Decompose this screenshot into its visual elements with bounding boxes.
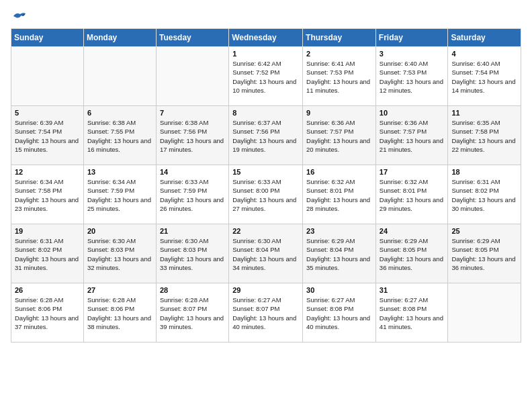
day-number: 3: [380, 50, 445, 58]
day-number: 19: [15, 227, 80, 235]
day-number: 4: [451, 50, 517, 58]
day-info: Sunrise: 6:33 AM Sunset: 8:00 PM Dayligh…: [232, 177, 299, 213]
day-number: 28: [160, 286, 225, 294]
calendar-cell: 25Sunrise: 6:29 AM Sunset: 8:05 PM Dayli…: [448, 224, 521, 283]
day-number: 21: [160, 227, 225, 235]
column-header-tuesday: Tuesday: [156, 29, 228, 47]
calendar-header-row: SundayMondayTuesdayWednesdayThursdayFrid…: [11, 29, 521, 47]
calendar-cell: 24Sunrise: 6:29 AM Sunset: 8:05 PM Dayli…: [375, 224, 448, 283]
day-number: 10: [380, 109, 445, 117]
day-number: 12: [15, 168, 80, 176]
day-info: Sunrise: 6:28 AM Sunset: 8:07 PM Dayligh…: [160, 295, 225, 331]
day-info: Sunrise: 6:38 AM Sunset: 7:56 PM Dayligh…: [160, 118, 225, 154]
day-info: Sunrise: 6:30 AM Sunset: 8:04 PM Dayligh…: [232, 236, 299, 272]
day-number: 13: [87, 168, 152, 176]
day-number: 14: [160, 168, 225, 176]
day-info: Sunrise: 6:32 AM Sunset: 8:01 PM Dayligh…: [380, 177, 445, 213]
day-number: 22: [232, 227, 299, 235]
logo: [11, 11, 27, 20]
page-header: [11, 11, 521, 20]
calendar-cell: 20Sunrise: 6:30 AM Sunset: 8:03 PM Dayli…: [83, 224, 156, 283]
calendar-cell: 7Sunrise: 6:38 AM Sunset: 7:56 PM Daylig…: [156, 106, 228, 165]
day-info: Sunrise: 6:29 AM Sunset: 8:04 PM Dayligh…: [306, 236, 372, 272]
calendar-cell: 28Sunrise: 6:28 AM Sunset: 8:07 PM Dayli…: [156, 283, 228, 342]
day-number: 23: [306, 227, 372, 235]
calendar-table: SundayMondayTuesdayWednesdayThursdayFrid…: [11, 28, 521, 342]
day-info: Sunrise: 6:27 AM Sunset: 8:08 PM Dayligh…: [306, 295, 372, 331]
day-number: 11: [451, 109, 517, 117]
day-info: Sunrise: 6:33 AM Sunset: 7:59 PM Dayligh…: [160, 177, 225, 213]
day-number: 9: [306, 109, 372, 117]
day-number: 2: [306, 50, 372, 58]
calendar-cell: 2Sunrise: 6:41 AM Sunset: 7:53 PM Daylig…: [303, 47, 376, 106]
day-info: Sunrise: 6:31 AM Sunset: 8:02 PM Dayligh…: [451, 177, 517, 213]
day-info: Sunrise: 6:27 AM Sunset: 8:07 PM Dayligh…: [232, 295, 299, 331]
day-info: Sunrise: 6:36 AM Sunset: 7:57 PM Dayligh…: [380, 118, 445, 154]
day-info: Sunrise: 6:38 AM Sunset: 7:55 PM Dayligh…: [87, 118, 152, 154]
logo-bird-icon: [12, 11, 27, 23]
day-info: Sunrise: 6:28 AM Sunset: 8:06 PM Dayligh…: [87, 295, 152, 331]
day-number: 6: [87, 109, 152, 117]
calendar-cell: 23Sunrise: 6:29 AM Sunset: 8:04 PM Dayli…: [303, 224, 376, 283]
calendar-cell: 30Sunrise: 6:27 AM Sunset: 8:08 PM Dayli…: [303, 283, 376, 342]
day-info: Sunrise: 6:31 AM Sunset: 8:02 PM Dayligh…: [15, 236, 80, 272]
calendar-week-2: 12Sunrise: 6:34 AM Sunset: 7:58 PM Dayli…: [11, 165, 521, 224]
calendar-week-3: 19Sunrise: 6:31 AM Sunset: 8:02 PM Dayli…: [11, 224, 521, 283]
day-info: Sunrise: 6:30 AM Sunset: 8:03 PM Dayligh…: [160, 236, 225, 272]
calendar-cell: 22Sunrise: 6:30 AM Sunset: 8:04 PM Dayli…: [229, 224, 303, 283]
day-info: Sunrise: 6:41 AM Sunset: 7:53 PM Dayligh…: [306, 59, 372, 95]
calendar-cell: 5Sunrise: 6:39 AM Sunset: 7:54 PM Daylig…: [11, 106, 84, 165]
day-info: Sunrise: 6:35 AM Sunset: 7:58 PM Dayligh…: [451, 118, 517, 154]
day-number: 24: [380, 227, 445, 235]
day-number: 27: [87, 286, 152, 294]
calendar-cell: 17Sunrise: 6:32 AM Sunset: 8:01 PM Dayli…: [375, 165, 448, 224]
day-info: Sunrise: 6:42 AM Sunset: 7:52 PM Dayligh…: [232, 59, 299, 95]
day-number: 30: [306, 286, 372, 294]
calendar-cell: 12Sunrise: 6:34 AM Sunset: 7:58 PM Dayli…: [11, 165, 84, 224]
calendar-body: 1Sunrise: 6:42 AM Sunset: 7:52 PM Daylig…: [11, 47, 521, 342]
column-header-thursday: Thursday: [303, 29, 376, 47]
calendar-cell: 3Sunrise: 6:40 AM Sunset: 7:53 PM Daylig…: [375, 47, 448, 106]
day-number: 18: [451, 168, 517, 176]
day-number: 25: [451, 227, 517, 235]
day-info: Sunrise: 6:30 AM Sunset: 8:03 PM Dayligh…: [87, 236, 152, 272]
day-number: 7: [160, 109, 225, 117]
day-info: Sunrise: 6:29 AM Sunset: 8:05 PM Dayligh…: [451, 236, 517, 272]
day-info: Sunrise: 6:27 AM Sunset: 8:08 PM Dayligh…: [380, 295, 445, 331]
day-info: Sunrise: 6:32 AM Sunset: 8:01 PM Dayligh…: [306, 177, 372, 213]
calendar-cell: [448, 283, 521, 342]
day-number: 15: [232, 168, 299, 176]
day-info: Sunrise: 6:36 AM Sunset: 7:57 PM Dayligh…: [306, 118, 372, 154]
calendar-cell: 29Sunrise: 6:27 AM Sunset: 8:07 PM Dayli…: [229, 283, 303, 342]
day-number: 20: [87, 227, 152, 235]
day-info: Sunrise: 6:29 AM Sunset: 8:05 PM Dayligh…: [380, 236, 445, 272]
calendar-cell: 19Sunrise: 6:31 AM Sunset: 8:02 PM Dayli…: [11, 224, 84, 283]
column-header-sunday: Sunday: [11, 29, 84, 47]
calendar-cell: 6Sunrise: 6:38 AM Sunset: 7:55 PM Daylig…: [83, 106, 156, 165]
calendar-cell: 26Sunrise: 6:28 AM Sunset: 8:06 PM Dayli…: [11, 283, 84, 342]
calendar-cell: 27Sunrise: 6:28 AM Sunset: 8:06 PM Dayli…: [83, 283, 156, 342]
calendar-cell: 21Sunrise: 6:30 AM Sunset: 8:03 PM Dayli…: [156, 224, 228, 283]
column-header-wednesday: Wednesday: [229, 29, 303, 47]
day-number: 29: [232, 286, 299, 294]
calendar-cell: 9Sunrise: 6:36 AM Sunset: 7:57 PM Daylig…: [303, 106, 376, 165]
calendar-cell: 15Sunrise: 6:33 AM Sunset: 8:00 PM Dayli…: [229, 165, 303, 224]
calendar-cell: [11, 47, 84, 106]
calendar-week-4: 26Sunrise: 6:28 AM Sunset: 8:06 PM Dayli…: [11, 283, 521, 342]
column-header-friday: Friday: [375, 29, 448, 47]
calendar-cell: 4Sunrise: 6:40 AM Sunset: 7:54 PM Daylig…: [448, 47, 521, 106]
day-info: Sunrise: 6:37 AM Sunset: 7:56 PM Dayligh…: [232, 118, 299, 154]
column-header-monday: Monday: [83, 29, 156, 47]
day-number: 1: [232, 50, 299, 58]
calendar-cell: 31Sunrise: 6:27 AM Sunset: 8:08 PM Dayli…: [375, 283, 448, 342]
day-number: 26: [15, 286, 80, 294]
day-info: Sunrise: 6:40 AM Sunset: 7:54 PM Dayligh…: [451, 59, 517, 95]
day-info: Sunrise: 6:34 AM Sunset: 7:58 PM Dayligh…: [15, 177, 80, 213]
calendar-cell: 1Sunrise: 6:42 AM Sunset: 7:52 PM Daylig…: [229, 47, 303, 106]
calendar-cell: 10Sunrise: 6:36 AM Sunset: 7:57 PM Dayli…: [375, 106, 448, 165]
calendar-cell: 11Sunrise: 6:35 AM Sunset: 7:58 PM Dayli…: [448, 106, 521, 165]
day-info: Sunrise: 6:40 AM Sunset: 7:53 PM Dayligh…: [380, 59, 445, 95]
day-number: 31: [380, 286, 445, 294]
column-header-saturday: Saturday: [448, 29, 521, 47]
calendar-cell: 16Sunrise: 6:32 AM Sunset: 8:01 PM Dayli…: [303, 165, 376, 224]
